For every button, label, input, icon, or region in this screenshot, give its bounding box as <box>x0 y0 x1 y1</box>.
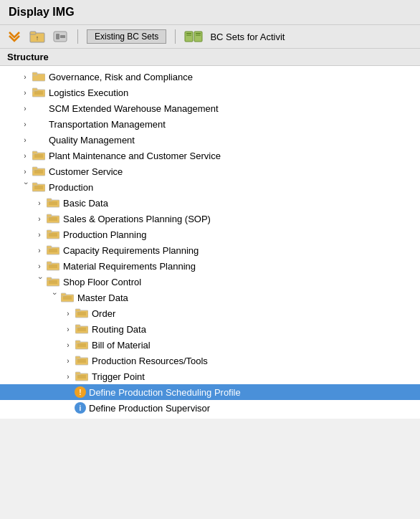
tree-item-routing[interactable]: › Routing Data <box>0 321 420 337</box>
tree-item-transport[interactable]: › Transportation Management <box>0 116 420 132</box>
node-icon <box>75 323 89 335</box>
expander-icon[interactable]: › <box>20 72 30 82</box>
tree-item-quality[interactable]: › Quality Management <box>0 132 420 148</box>
node-label: Sales & Operations Planning (SOP) <box>63 214 211 224</box>
expander-icon <box>63 387 73 397</box>
tree-item-prod-res[interactable]: › Production Resources/Tools <box>0 353 420 368</box>
tree-item-production[interactable]: › Production <box>0 179 420 195</box>
expander-icon[interactable]: › <box>63 356 73 366</box>
node-label: Shop Floor Control <box>63 277 141 287</box>
tree-item-bom[interactable]: › Bill of Material <box>0 337 420 353</box>
node-icon <box>75 355 89 366</box>
svg-rect-31 <box>49 217 57 221</box>
svg-rect-22 <box>34 170 43 173</box>
tree-item-logistics[interactable]: › Logistics Execution <box>0 85 420 100</box>
expander-icon[interactable]: › <box>63 371 73 381</box>
warning-circle-icon: ! <box>75 386 86 398</box>
toolbar-icon-1[interactable] <box>6 28 23 45</box>
svg-rect-49 <box>77 312 86 315</box>
toolbar-separator-2 <box>175 29 176 44</box>
svg-rect-10 <box>196 33 201 34</box>
tree-item-master-data[interactable]: › Master Data <box>0 290 420 305</box>
expander-icon[interactable]: › <box>34 245 44 255</box>
expander-icon[interactable]: › <box>34 198 44 208</box>
svg-rect-43 <box>49 280 57 284</box>
expander-icon[interactable]: › <box>34 277 44 287</box>
expander-icon[interactable]: › <box>34 261 44 271</box>
node-label: Capacity Requirements Planning <box>63 245 199 256</box>
tree-item-customer[interactable]: › Customer Service <box>0 163 420 179</box>
node-icon <box>75 308 89 319</box>
expander-icon[interactable]: › <box>63 308 73 318</box>
bc-sets-icon <box>184 30 204 43</box>
expander-icon[interactable]: › <box>20 166 30 176</box>
svg-rect-33 <box>47 230 52 233</box>
node-label: Routing Data <box>92 324 146 335</box>
expander-icon[interactable]: › <box>34 214 44 224</box>
expander-icon[interactable]: › <box>34 229 44 239</box>
expander-icon[interactable]: › <box>20 119 30 129</box>
node-icon <box>32 71 46 82</box>
node-icon <box>75 371 89 382</box>
expander-icon <box>63 403 73 413</box>
node-label: Production Planning <box>63 229 146 240</box>
tree-item-capacity[interactable]: › Capacity Requirements Planning <box>0 242 420 258</box>
node-label: Master Data <box>77 292 128 303</box>
toolbar-icon-3[interactable] <box>52 28 69 45</box>
info-circle-icon: i <box>75 402 86 414</box>
node-icon <box>46 197 60 209</box>
svg-rect-48 <box>75 309 80 312</box>
svg-rect-60 <box>75 372 80 375</box>
svg-rect-45 <box>61 293 66 296</box>
node-label: Plant Maintenance and Customer Service <box>49 151 221 161</box>
svg-rect-19 <box>34 154 43 158</box>
tree-item-prod-planning[interactable]: › Production Planning <box>0 227 420 242</box>
toolbar-icon-2[interactable]: ↑ <box>29 28 46 45</box>
svg-rect-34 <box>49 233 57 237</box>
tree-item-plant[interactable]: › Plant Maintenance and Customer Service <box>0 148 420 163</box>
expander-icon[interactable]: › <box>63 324 73 334</box>
tree-item-define-prod[interactable]: ! Define Production Scheduling Profile <box>0 384 420 400</box>
tree-item-material-req[interactable]: › Material Requirements Planning <box>0 258 420 274</box>
tree-item-trigger[interactable]: › Trigger Point <box>0 368 420 384</box>
expander-icon[interactable]: › <box>20 103 30 113</box>
node-label: Define Production Scheduling Profile <box>89 387 241 398</box>
node-label: Governance, Risk and Compliance <box>49 72 193 82</box>
expander-icon[interactable]: › <box>20 87 30 97</box>
tree-item-define-super[interactable]: i Define Production Supervisor <box>0 400 420 416</box>
node-icon <box>32 103 46 114</box>
svg-rect-24 <box>32 183 37 186</box>
existing-bc-sets-button[interactable]: Existing BC Sets <box>87 29 166 44</box>
tree-item-basic-data[interactable]: › Basic Data <box>0 195 420 211</box>
svg-rect-18 <box>32 151 37 154</box>
expander-icon[interactable]: › <box>20 182 30 192</box>
svg-rect-28 <box>49 201 57 205</box>
node-label: Order <box>92 308 115 319</box>
section-header: Structure <box>0 49 420 66</box>
node-label: Production Resources/Tools <box>92 356 208 366</box>
bc-sets-activity-label: BC Sets for Activit <box>210 32 285 42</box>
node-label: Quality Management <box>49 135 135 146</box>
svg-rect-8 <box>186 35 191 36</box>
svg-rect-11 <box>196 35 201 36</box>
tree-item-governance[interactable]: › Governance, Risk and Compliance <box>0 69 420 85</box>
tree-item-scm[interactable]: › SCM Extended Warehouse Management <box>0 100 420 116</box>
tree-item-sales-op[interactable]: › Sales & Operations Planning (SOP) <box>0 211 420 227</box>
node-icon <box>32 166 46 177</box>
node-label: Production <box>49 182 93 193</box>
node-icon <box>32 118 46 130</box>
node-icon <box>46 276 60 287</box>
toolbar: ↑ Existing BC Sets BC Sets for Activit <box>0 25 420 49</box>
expander-icon[interactable]: › <box>20 151 30 161</box>
svg-rect-15 <box>32 88 37 91</box>
expander-icon[interactable]: › <box>63 340 73 350</box>
tree-item-order[interactable]: › Order <box>0 305 420 321</box>
node-label: Bill of Material <box>92 340 151 351</box>
svg-rect-37 <box>49 249 57 252</box>
tree-item-shop-floor[interactable]: › Shop Floor Control <box>0 274 420 290</box>
expander-icon[interactable]: › <box>49 292 59 303</box>
svg-rect-57 <box>75 356 80 359</box>
svg-rect-30 <box>47 214 52 217</box>
expander-icon[interactable]: › <box>20 135 30 145</box>
svg-rect-55 <box>77 343 86 347</box>
